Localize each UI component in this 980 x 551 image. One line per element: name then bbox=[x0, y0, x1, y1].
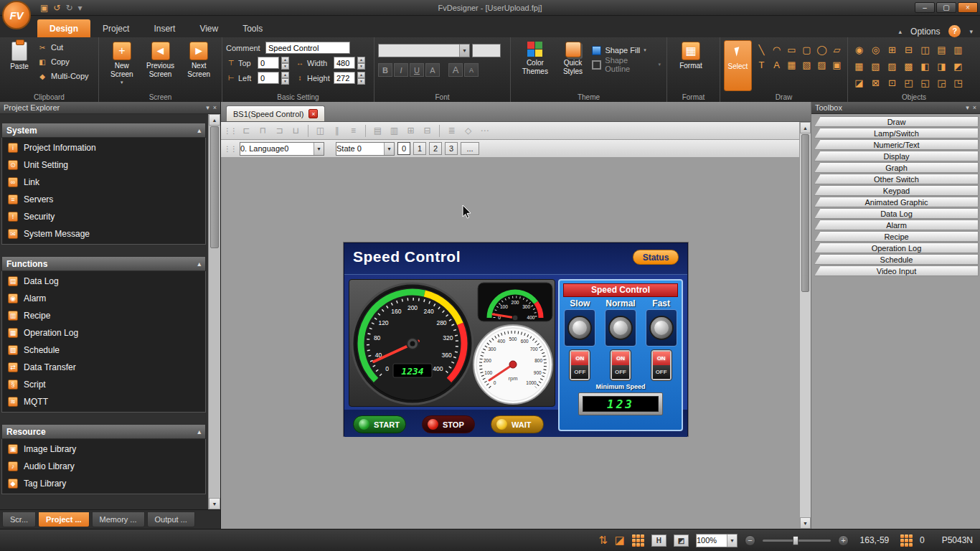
maximize-button[interactable]: ▢ bbox=[936, 2, 956, 13]
scrollbar-thumb[interactable] bbox=[801, 134, 809, 292]
object-time-display-icon[interactable]: ◲ bbox=[934, 75, 949, 90]
sidebar-item-system-message[interactable]: ✉System Message bbox=[2, 225, 205, 242]
undo-icon[interactable]: ↺ bbox=[53, 3, 60, 13]
object-text-display-icon[interactable]: ▨ bbox=[885, 59, 900, 74]
toolbox-item-schedule[interactable]: Schedule bbox=[814, 254, 979, 265]
sidebar-item-data-log[interactable]: ▤Data Log bbox=[2, 273, 205, 290]
top-spinner[interactable]: ▲▼ bbox=[281, 57, 289, 69]
hmi-screen[interactable]: Speed Control Status 0 bbox=[344, 242, 688, 436]
object-word-lamp-icon[interactable]: ◎ bbox=[868, 42, 883, 57]
object-keypad-icon[interactable]: ◰ bbox=[901, 75, 916, 90]
align-right-icon[interactable]: ⊐ bbox=[273, 124, 286, 138]
start-button-widget[interactable]: START bbox=[353, 415, 406, 433]
more-states-button[interactable]: ... bbox=[461, 142, 479, 155]
toolbox-item-numeric-text[interactable]: Numeric/Text bbox=[814, 139, 979, 150]
shape-fill-button[interactable]: Shape Fill ▾ bbox=[590, 43, 663, 57]
object-bar-graph-icon[interactable]: ◧ bbox=[918, 59, 933, 74]
draw-rectangle-icon[interactable]: ▭ bbox=[785, 43, 798, 57]
slow-knob-widget[interactable] bbox=[564, 309, 595, 347]
align-top-icon[interactable]: ⊓ bbox=[256, 124, 270, 138]
width-spinner[interactable]: ▲▼ bbox=[357, 57, 365, 69]
status-button-widget[interactable]: Status bbox=[633, 250, 679, 265]
toolbox-item-graph[interactable]: Graph bbox=[814, 162, 979, 173]
font-family-select[interactable]: ▾ bbox=[378, 44, 470, 57]
rotate-icon[interactable]: ◇ bbox=[461, 124, 475, 138]
tab-insert[interactable]: Insert bbox=[141, 19, 187, 37]
sidebar-item-project-information[interactable]: iProject Information bbox=[2, 139, 205, 156]
select-tool-button[interactable]: Select bbox=[724, 40, 752, 91]
draw-ellipse-icon[interactable]: ◯ bbox=[815, 43, 829, 57]
sidebar-item-image-library[interactable]: ▣Image Library bbox=[2, 441, 205, 458]
speed-meter-widget[interactable]: 0 40 80 120 160 200 240 280 320 360 400 bbox=[351, 282, 474, 405]
sidebar-item-unit-setting[interactable]: ⊙Unit Setting bbox=[2, 156, 205, 174]
object-trend-graph-icon[interactable]: ◨ bbox=[934, 59, 949, 74]
document-tab-bs1[interactable]: BS1(Speed Control) × bbox=[226, 105, 325, 121]
qat-dropdown-icon[interactable]: ▾ bbox=[77, 3, 82, 13]
next-screen-button[interactable]: ► Next Screen bbox=[179, 40, 218, 91]
app-logo-icon[interactable]: FV bbox=[2, 1, 31, 29]
width-input[interactable] bbox=[334, 57, 355, 69]
design-canvas[interactable]: Speed Control Status 0 bbox=[221, 158, 811, 529]
object-meter-icon[interactable]: ▩ bbox=[901, 59, 916, 74]
object-numeric-display-icon[interactable]: ▦ bbox=[852, 59, 867, 74]
project-explorer-pin-icon[interactable]: ▾ bbox=[206, 104, 209, 111]
scroll-up-icon[interactable]: ▲ bbox=[800, 122, 811, 133]
object-recipe-table-icon[interactable]: ⊠ bbox=[868, 75, 883, 90]
scroll-up-icon[interactable]: ▲ bbox=[209, 114, 220, 126]
draw-polygon-icon[interactable]: ▱ bbox=[830, 43, 844, 57]
sidebar-item-recipe[interactable]: ▥Recipe bbox=[2, 307, 205, 324]
center-horizontal-icon[interactable]: ◫ bbox=[314, 124, 327, 138]
toolbox-item-recipe[interactable]: Recipe bbox=[814, 231, 979, 242]
simulation-icon[interactable]: ◪ bbox=[615, 534, 625, 547]
toolbox-item-lamp-switch[interactable]: Lamp/Switch bbox=[814, 128, 979, 138]
shrink-font-button[interactable]: A bbox=[464, 63, 479, 77]
align-bottom-icon[interactable]: ⊔ bbox=[289, 124, 303, 138]
zoom-in-icon[interactable]: + bbox=[838, 535, 849, 546]
draw-hatch-icon[interactable]: ▨ bbox=[815, 58, 829, 72]
fast-rocker-switch[interactable]: ON OFF bbox=[651, 350, 672, 380]
toolbox-item-operation-log[interactable]: Operation Log bbox=[814, 242, 979, 253]
color-themes-button[interactable]: Color Themes bbox=[514, 40, 556, 91]
ungroup-icon[interactable]: ▥ bbox=[387, 124, 401, 138]
toolbox-item-animated-graphic[interactable]: Animated Graphic bbox=[814, 197, 979, 207]
scroll-down-icon[interactable]: ▼ bbox=[209, 498, 220, 509]
copy-button[interactable]: ◧ Copy bbox=[35, 55, 91, 69]
numeric-display-widget[interactable]: 123 bbox=[578, 392, 663, 415]
sidebar-item-operation-log[interactable]: ▦Operation Log bbox=[2, 324, 205, 342]
comment-input[interactable] bbox=[265, 42, 350, 54]
sidebar-item-tag-library[interactable]: ◆Tag Library bbox=[2, 475, 205, 492]
tab-view[interactable]: View bbox=[187, 19, 230, 37]
section-resource-collapse-icon[interactable]: ▴ bbox=[197, 428, 201, 435]
toolbox-item-alarm[interactable]: Alarm bbox=[814, 220, 979, 230]
underline-button[interactable]: U bbox=[410, 63, 424, 77]
group-icon[interactable]: ▤ bbox=[371, 124, 385, 138]
sidebar-item-script[interactable]: §Script bbox=[2, 376, 205, 393]
send-back-icon[interactable]: ⊟ bbox=[420, 124, 434, 138]
section-header-resource[interactable]: Resource ▴ bbox=[1, 424, 206, 439]
toolbox-item-video-input[interactable]: Video Input bbox=[814, 265, 979, 276]
help-icon[interactable]: ? bbox=[948, 25, 961, 37]
quick-styles-button[interactable]: Quick Styles bbox=[556, 40, 590, 91]
font-color-button[interactable]: A bbox=[425, 63, 440, 77]
sidebar-item-security[interactable]: !Security bbox=[2, 208, 205, 225]
draw-rounded-rect-icon[interactable]: ▢ bbox=[800, 43, 814, 57]
format-button[interactable]: ▦ Format bbox=[671, 40, 711, 72]
object-grid-icon[interactable] bbox=[900, 534, 913, 547]
italic-button[interactable]: I bbox=[394, 63, 408, 77]
stop-button-widget[interactable]: STOP bbox=[422, 415, 475, 433]
download-project-icon[interactable]: ⇅ bbox=[598, 534, 608, 547]
more-tools-icon[interactable]: ⋯ bbox=[478, 124, 491, 138]
object-xy-chart-icon[interactable]: ◩ bbox=[951, 59, 966, 74]
slow-rocker-switch[interactable]: ON OFF bbox=[570, 350, 590, 380]
object-text-input-icon[interactable]: ▧ bbox=[868, 59, 883, 74]
zoom-slider[interactable] bbox=[763, 540, 831, 542]
picture-view-icon[interactable]: ◩ bbox=[674, 534, 689, 547]
object-numeric-input-icon[interactable]: ▥ bbox=[951, 42, 966, 57]
document-tab-close-icon[interactable]: × bbox=[308, 109, 318, 118]
zoom-out-icon[interactable]: − bbox=[745, 535, 755, 546]
align-left-icon[interactable]: ⊏ bbox=[240, 124, 253, 138]
object-screen-switch-icon[interactable]: ◫ bbox=[918, 42, 933, 57]
object-bit-switch-icon[interactable]: ⊞ bbox=[885, 42, 900, 57]
distribute-icon[interactable]: ∥ bbox=[330, 124, 344, 138]
state-1-button[interactable]: 1 bbox=[413, 142, 426, 155]
